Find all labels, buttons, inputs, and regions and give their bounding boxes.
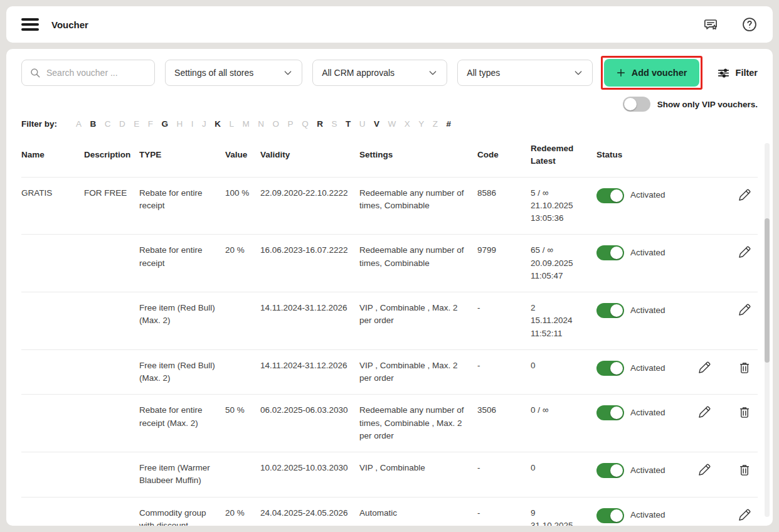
delete-button[interactable] [738, 463, 751, 477]
voucher-value: 100 % [225, 187, 260, 200]
edit-button[interactable] [697, 463, 711, 477]
alphabet-letter-hash[interactable]: # [446, 119, 451, 129]
alphabet-letter-g[interactable]: G [162, 119, 169, 129]
header-value: Value [225, 149, 260, 161]
alphabet-letter-i[interactable]: I [191, 119, 194, 129]
trash-icon [738, 361, 751, 375]
status-toggle[interactable] [596, 508, 624, 523]
status-label: Activated [630, 407, 665, 419]
row-actions [687, 404, 758, 419]
crm-filter-select[interactable]: All CRM approvals [312, 60, 447, 86]
alphabet-letter-s[interactable]: S [331, 119, 337, 129]
header-redeemed: Redeemed Latest [531, 142, 596, 168]
voucher-redeemed: 0 [531, 359, 596, 372]
header-settings: Settings [359, 149, 477, 161]
filter-button[interactable]: Filter [717, 66, 758, 80]
alphabet-letter-z[interactable]: Z [433, 119, 438, 129]
header-validity: Validity [260, 149, 359, 161]
delete-button[interactable] [738, 361, 751, 375]
pencil-icon [697, 361, 711, 375]
alphabet-letter-h[interactable]: H [177, 119, 183, 129]
scrollbar-thumb[interactable] [765, 218, 770, 363]
alphabet-letter-p[interactable]: P [288, 119, 294, 129]
alphabet-letter-t[interactable]: T [346, 119, 351, 129]
alphabet-letter-n[interactable]: N [258, 119, 264, 129]
alphabet-letter-x[interactable]: X [405, 119, 410, 129]
header-status: Status [596, 149, 687, 161]
voucher-table: Name Description TYPE Value Validity Set… [21, 137, 758, 526]
voucher-settings: VIP , Combinable [359, 462, 477, 474]
row-actions [687, 462, 758, 477]
feedback-button[interactable] [703, 17, 719, 33]
voucher-code: 3506 [477, 404, 531, 417]
voucher-redeemed: 5 / ∞ 21.10.2025 13:05:36 [531, 187, 596, 225]
plus-icon [616, 68, 626, 78]
alphabet-letter-o[interactable]: O [273, 119, 280, 129]
edit-button[interactable] [738, 245, 751, 259]
status-toggle[interactable] [596, 188, 624, 203]
status-toggle[interactable] [596, 463, 624, 478]
types-filter-select[interactable]: All types [457, 60, 592, 86]
alphabet-letter-j[interactable]: J [202, 119, 206, 129]
voucher-status: Activated [596, 244, 687, 260]
voucher-status: Activated [596, 462, 687, 478]
edit-button[interactable] [738, 508, 751, 522]
scrollbar-track[interactable] [765, 143, 770, 517]
status-toggle[interactable] [596, 245, 624, 260]
alphabet-letter-r[interactable]: R [317, 119, 323, 129]
alphabet-letter-c[interactable]: C [105, 119, 111, 129]
alphabet-letter-k[interactable]: K [215, 119, 221, 129]
edit-button[interactable] [738, 188, 751, 202]
alphabet-letter-w[interactable]: W [388, 119, 396, 129]
trash-icon [738, 405, 751, 419]
help-button[interactable] [741, 16, 758, 33]
header-type: TYPE [139, 149, 225, 161]
add-voucher-button[interactable]: Add voucher [604, 59, 699, 87]
alphabet-letter-q[interactable]: Q [302, 119, 309, 129]
pencil-icon [738, 508, 751, 522]
search-icon [29, 67, 41, 78]
voucher-validity: 24.04.2025-24.05.2026 [260, 507, 359, 519]
voucher-redeemed: 9 31.10.2025 13:52:59 [531, 507, 596, 526]
voucher-status: Activated [596, 404, 687, 420]
alphabet-letters: ABCDEFGHIJKLMNOPQRSTUVWXYZ# [76, 119, 451, 129]
menu-icon[interactable] [21, 18, 39, 31]
alphabet-letter-y[interactable]: Y [418, 119, 424, 129]
alphabet-letter-f[interactable]: F [148, 119, 153, 129]
status-toggle[interactable] [596, 361, 624, 376]
table-row: Rebate for entire receipt 20 % 16.06.202… [21, 234, 758, 292]
alphabet-letter-e[interactable]: E [134, 119, 139, 129]
alphabet-letter-m[interactable]: M [243, 119, 250, 129]
voucher-validity: 10.02.2025-10.03.2030 [260, 462, 359, 474]
table-row: Free item (Red Bull) (Max. 2) 14.11.2024… [21, 349, 758, 395]
voucher-settings: Automatic [359, 507, 477, 519]
chevron-down-icon [428, 68, 438, 78]
alphabet-letter-u[interactable]: U [359, 119, 366, 129]
vip-only-toggle[interactable] [623, 97, 650, 112]
alphabet-letter-v[interactable]: V [374, 119, 379, 129]
voucher-value: 20 % [225, 507, 260, 519]
alphabet-letter-l[interactable]: L [230, 119, 235, 129]
alphabet-letter-a[interactable]: A [76, 119, 82, 129]
page-title: Voucher [51, 19, 88, 30]
delete-button[interactable] [738, 405, 751, 419]
row-actions [687, 244, 758, 259]
alphabet-letter-b[interactable]: B [90, 119, 97, 129]
voucher-settings: VIP , Combinable , Max. 2 per order [359, 359, 477, 385]
edit-button[interactable] [697, 405, 711, 419]
vip-toggle-row: Show only VIP vouchers. [21, 95, 758, 113]
status-toggle[interactable] [596, 405, 624, 420]
table-row: GRATIS FOR FREE Rebate for entire receip… [21, 177, 758, 235]
voucher-code: - [477, 359, 531, 372]
help-icon [741, 16, 758, 33]
status-label: Activated [630, 362, 665, 375]
voucher-redeemed: 65 / ∞ 20.09.2025 11:05:47 [531, 244, 596, 282]
edit-button[interactable] [697, 361, 711, 375]
alphabet-letter-d[interactable]: D [119, 119, 125, 129]
search-input[interactable] [46, 68, 147, 78]
table-row: Free item (Warmer Blaubeer Muffin) 10.02… [21, 452, 758, 497]
edit-button[interactable] [738, 303, 751, 317]
status-toggle[interactable] [596, 303, 624, 318]
stores-filter-select[interactable]: Settings of all stores [165, 60, 302, 86]
voucher-value: 20 % [225, 244, 260, 257]
